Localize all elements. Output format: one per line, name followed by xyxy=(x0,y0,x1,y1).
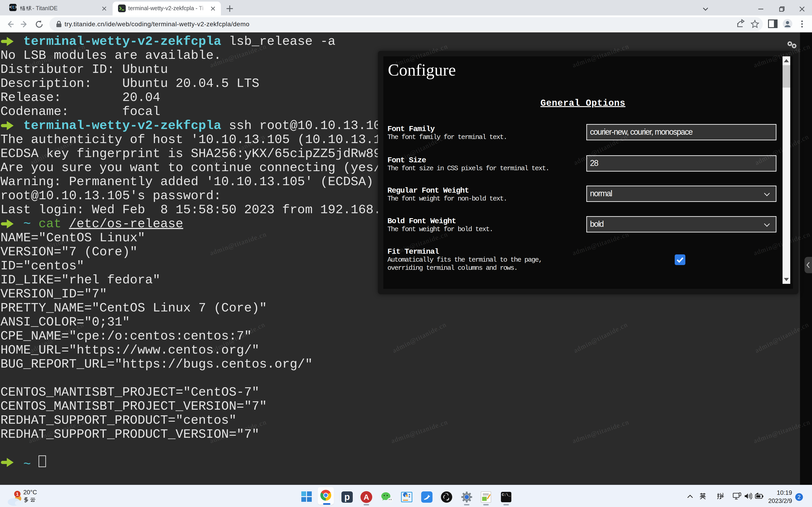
svg-text:1: 1 xyxy=(16,491,19,497)
